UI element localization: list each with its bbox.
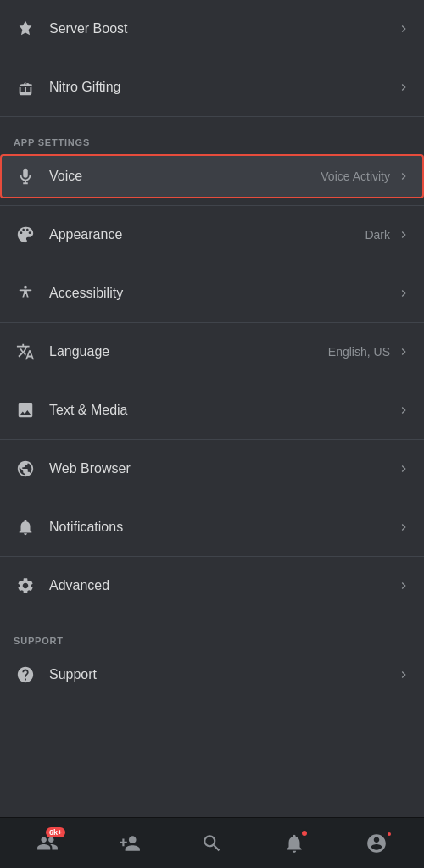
menu-item-language[interactable]: Language English, US [0, 330, 424, 374]
profile-icon [365, 832, 388, 854]
chevron-icon [397, 668, 410, 682]
chevron-icon [397, 81, 410, 94]
advanced-label: Advanced [49, 578, 397, 593]
menu-item-support[interactable]: Support [0, 653, 424, 697]
image-icon [14, 398, 37, 422]
menu-item-voice[interactable]: Voice Voice Activity [0, 154, 424, 198]
accessibility-label: Accessibility [49, 286, 397, 301]
language-label: Language [49, 344, 328, 359]
web-browser-label: Web Browser [49, 461, 397, 476]
nav-item-add-friend[interactable] [109, 826, 151, 861]
chevron-icon [397, 228, 410, 242]
profile-badge-dot [386, 831, 393, 837]
menu-item-notifications[interactable]: Notifications [0, 505, 424, 549]
divider [0, 116, 424, 117]
settings-list: Server Boost Nitro Gifting APP SETTINGS … [0, 0, 424, 817]
voice-label: Voice [49, 169, 321, 184]
nav-item-bell[interactable] [273, 826, 315, 861]
language-value: English, US [328, 345, 390, 359]
chevron-icon [397, 520, 410, 534]
support-header: SUPPORT [0, 622, 424, 653]
nav-item-profile[interactable] [355, 826, 398, 861]
bell-icon [14, 515, 37, 539]
voice-value: Voice Activity [321, 170, 390, 183]
menu-item-accessibility[interactable]: Accessibility [0, 271, 424, 315]
appearance-label: Appearance [49, 227, 365, 242]
menu-item-web-browser[interactable]: Web Browser [0, 447, 424, 491]
divider [0, 615, 424, 615]
app-settings-header: APP SETTINGS [0, 124, 424, 154]
gift-icon [14, 75, 37, 99]
bell-badge-dot [300, 829, 309, 837]
chevron-icon [397, 170, 410, 183]
friends-badge: 6k+ [46, 827, 65, 837]
svg-point-0 [24, 286, 27, 289]
support-label: Support [49, 667, 397, 682]
nitro-gifting-label: Nitro Gifting [49, 80, 397, 95]
diamond-icon [14, 17, 37, 41]
chevron-icon [397, 403, 410, 417]
divider [0, 205, 424, 206]
search-icon [201, 832, 223, 854]
notifications-label: Notifications [49, 520, 397, 535]
divider [0, 439, 424, 440]
divider [0, 322, 424, 323]
appearance-value: Dark [365, 228, 390, 242]
globe-icon [14, 457, 37, 481]
text-media-label: Text & Media [49, 403, 397, 418]
chevron-icon [397, 345, 410, 359]
add-friend-icon [119, 832, 141, 854]
gear-icon [14, 574, 37, 598]
menu-item-server-boost[interactable]: Server Boost [0, 7, 424, 51]
server-boost-label: Server Boost [49, 21, 397, 36]
menu-item-appearance[interactable]: Appearance Dark [0, 213, 424, 257]
palette-icon [14, 223, 37, 247]
chevron-icon [397, 22, 410, 36]
nav-item-friends[interactable]: 6k+ [26, 826, 69, 861]
menu-item-text-media[interactable]: Text & Media [0, 388, 424, 432]
chevron-icon [397, 462, 410, 476]
language-icon [14, 340, 37, 364]
nav-item-search[interactable] [191, 826, 233, 861]
bottom-nav: 6k+ [0, 817, 424, 868]
divider [0, 381, 424, 381]
menu-item-advanced[interactable]: Advanced [0, 564, 424, 608]
divider [0, 556, 424, 557]
chevron-icon [397, 579, 410, 593]
chevron-icon [397, 287, 410, 300]
divider [0, 264, 424, 264]
accessibility-icon [14, 281, 37, 305]
menu-item-nitro-gifting[interactable]: Nitro Gifting [0, 65, 424, 109]
divider [0, 498, 424, 498]
question-icon [14, 663, 37, 687]
divider [0, 58, 424, 58]
microphone-icon [14, 164, 37, 188]
